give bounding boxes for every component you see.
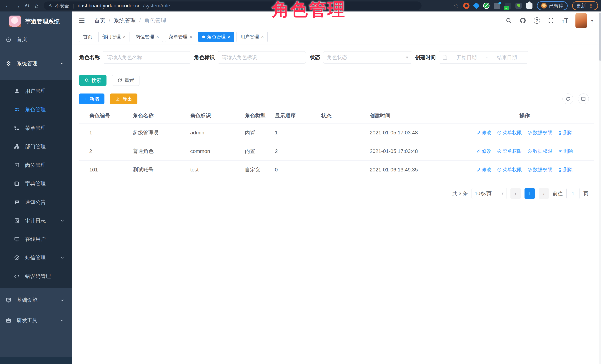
search-button[interactable]: 搜索: [79, 75, 107, 86]
update-chip[interactable]: 更新 ⋮: [572, 1, 598, 10]
page-size-select[interactable]: 10条/页 ▾: [471, 188, 507, 199]
date-range-picker[interactable]: 开始日期 - 结束日期: [439, 51, 528, 63]
browser-forward-button[interactable]: →: [13, 2, 22, 9]
help-icon[interactable]: ?: [533, 17, 541, 24]
breadcrumb-current: 角色管理: [144, 17, 166, 24]
tab-users[interactable]: 用户管理 ×: [237, 32, 268, 42]
sidebar-item-home[interactable]: 首页: [0, 31, 72, 47]
status-select[interactable]: 角色状态 ▾: [323, 51, 412, 63]
data-permission-link[interactable]: 数据权限: [528, 129, 552, 136]
active-tab-dot: [202, 36, 205, 38]
sidebar-item-roles[interactable]: 角色管理: [0, 100, 72, 119]
sidebar-item-dev-tools[interactable]: 研发工具: [0, 313, 72, 328]
sidebar-item-online-users[interactable]: 在线用户: [0, 230, 72, 248]
avatar[interactable]: [575, 13, 587, 28]
breadcrumb-home[interactable]: 首页: [94, 17, 105, 24]
page-1-button[interactable]: 1: [524, 188, 535, 199]
menu-permission-link[interactable]: 菜单权限: [497, 167, 522, 173]
role-key-input[interactable]: [218, 51, 306, 63]
tab-home[interactable]: 首页: [79, 32, 96, 42]
edit-link[interactable]: 修改: [476, 129, 491, 136]
extensions-puzzle-icon[interactable]: [526, 3, 532, 9]
delete-link[interactable]: 删除: [558, 167, 573, 173]
page-unit-label: 页: [583, 190, 588, 197]
menu-permission-link[interactable]: 菜单权限: [497, 148, 522, 154]
edit-link[interactable]: 修改: [476, 167, 491, 173]
sidebar-item-error-codes[interactable]: 错误码管理: [0, 267, 72, 285]
extension-green-icon[interactable]: [483, 3, 490, 9]
browser-menu-icon[interactable]: ⋮: [588, 3, 594, 9]
refresh-icon: [565, 97, 570, 101]
close-icon[interactable]: ×: [123, 34, 126, 39]
reset-button[interactable]: 重置: [112, 75, 140, 86]
calendar-icon: [442, 55, 448, 60]
menu-permission-link[interactable]: 菜单权限: [497, 129, 522, 136]
tags-view-bar: 首页 部门管理 × 岗位管理 × 菜单管理 × 角色管理 × 用户管理 ×: [72, 30, 601, 44]
next-page-button[interactable]: ›: [539, 188, 549, 199]
fullscreen-icon[interactable]: [547, 17, 555, 24]
sidebar-item-system[interactable]: ⚙ 系统管理: [0, 56, 72, 71]
sidebar-item-dictionary[interactable]: 字典管理: [0, 174, 72, 193]
profile-avatar-icon: [541, 3, 547, 9]
extension-sprout-icon[interactable]: [515, 3, 522, 9]
sidebar-item-infrastructure[interactable]: 基础设施: [0, 292, 72, 308]
add-button[interactable]: + 新增: [79, 94, 104, 104]
export-button[interactable]: 导出: [110, 94, 137, 104]
search-icon: [84, 78, 89, 83]
delete-link[interactable]: 删除: [558, 129, 573, 136]
tab-menus[interactable]: 菜单管理 ×: [165, 32, 196, 42]
bookmark-star-icon[interactable]: ☆: [453, 2, 459, 9]
browser-reload-button[interactable]: ↻: [22, 2, 32, 9]
scrollbar[interactable]: [599, 11, 601, 364]
app-logo-row[interactable]: 芋道管理系统: [0, 11, 72, 31]
app-title: 芋道管理系统: [25, 18, 60, 25]
search-icon[interactable]: [505, 17, 512, 24]
prev-page-button[interactable]: ‹: [511, 188, 521, 199]
address-bar[interactable]: ⚠ 不安全 | dashboard.yudao.iocoder.cn/syste…: [44, 1, 421, 10]
dev-tools-icon: [6, 317, 11, 324]
sidebar-collapse-icon[interactable]: ☰: [79, 17, 85, 25]
goto-page-input[interactable]: [566, 188, 580, 199]
profile-paused-chip[interactable]: 已暂停: [537, 1, 568, 10]
extension-translate-icon[interactable]: [494, 3, 500, 9]
tab-roles[interactable]: 角色管理 ×: [198, 32, 234, 42]
sidebar-item-sms[interactable]: 短信管理: [0, 248, 72, 267]
sidebar-item-menus[interactable]: 菜单管理: [0, 119, 72, 137]
sidebar-item-audit-log[interactable]: 审计日志: [0, 211, 72, 230]
security-label[interactable]: 不安全: [55, 3, 69, 9]
edit-link[interactable]: 修改: [476, 148, 491, 154]
browser-back-button[interactable]: ←: [3, 2, 13, 9]
post-badge-icon: [14, 162, 20, 168]
role-name-input[interactable]: [103, 51, 191, 63]
extension-gem-icon[interactable]: [473, 2, 480, 9]
status-label: 状态: [310, 54, 320, 61]
delete-link[interactable]: 删除: [558, 148, 573, 154]
start-date-placeholder: 开始日期: [449, 54, 484, 61]
close-icon[interactable]: ×: [228, 34, 230, 39]
extension-orange-icon[interactable]: [463, 3, 470, 9]
data-permission-link[interactable]: 数据权限: [528, 167, 552, 173]
tab-departments[interactable]: 部门管理 ×: [98, 32, 130, 42]
extension-switch-icon[interactable]: on: [505, 3, 511, 9]
avatar-caret-icon[interactable]: ▾: [591, 18, 593, 23]
sidebar-item-users[interactable]: 用户管理: [0, 82, 72, 100]
sidebar-item-departments[interactable]: 部门管理: [0, 137, 72, 156]
refresh-table-button[interactable]: [562, 94, 573, 104]
sidebar-item-posts[interactable]: 岗位管理: [0, 156, 72, 174]
role-key-label: 角色标识: [194, 54, 215, 61]
close-icon[interactable]: ×: [156, 34, 159, 39]
data-permission-link[interactable]: 数据权限: [528, 148, 552, 154]
browser-home-button[interactable]: ⌂: [32, 2, 41, 9]
github-icon[interactable]: [519, 17, 527, 24]
tab-posts[interactable]: 岗位管理 ×: [132, 32, 163, 42]
font-size-icon[interactable]: TT: [561, 17, 569, 24]
close-icon[interactable]: ×: [190, 34, 192, 39]
close-icon[interactable]: ×: [261, 34, 264, 39]
sidebar-item-announcements[interactable]: 通知公告: [0, 193, 72, 211]
breadcrumb-system[interactable]: 系统管理: [113, 17, 136, 24]
header-actions: ? TT ▾: [505, 13, 601, 28]
circle-check-icon: [497, 130, 501, 135]
column-settings-button[interactable]: [578, 94, 589, 104]
audit-log-icon: [14, 218, 20, 224]
scrollbar-thumb[interactable]: [599, 13, 601, 61]
